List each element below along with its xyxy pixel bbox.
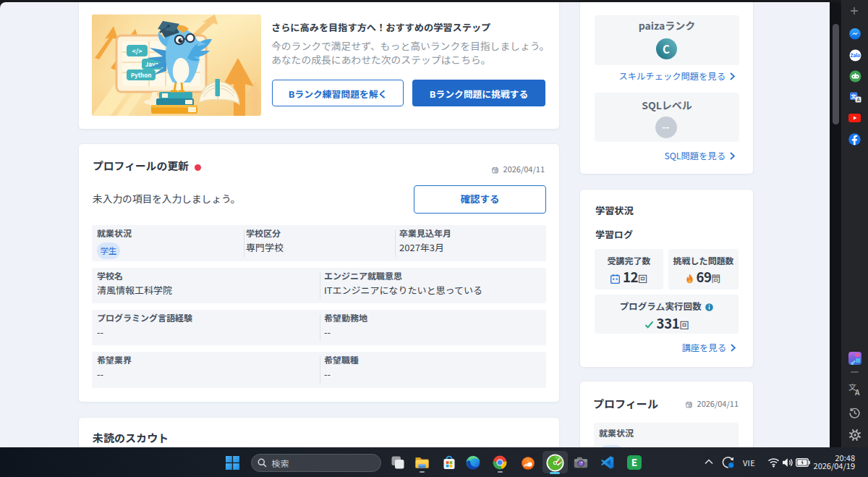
svg-text:A: A [854,387,860,396]
svg-text:E: E [631,455,637,469]
svg-text:A: A [856,96,860,103]
svg-text:Zalo: Zalo [850,51,860,59]
svg-text:</>: </> [132,46,142,56]
svg-text:Python: Python [131,71,152,79]
